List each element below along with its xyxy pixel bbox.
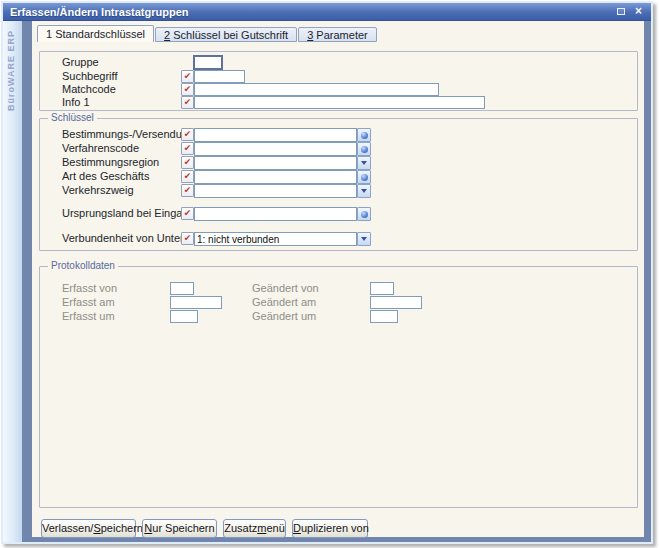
erfasst-am-label: Erfasst am	[62, 296, 115, 308]
restore-button[interactable]	[613, 5, 628, 18]
protokolldaten-legend: Protokolldaten	[48, 260, 118, 271]
lookup-sphere-icon	[361, 174, 368, 181]
erfasst-am-input[interactable]	[170, 296, 222, 309]
verbundenheit-dropdown-button[interactable]	[357, 232, 371, 246]
check-icon: ✔	[184, 234, 192, 243]
bestimmungsregion-input[interactable]	[194, 156, 357, 170]
check-icon: ✔	[184, 130, 192, 139]
verfahrenscode-label: Verfahrenscode	[62, 142, 139, 154]
tab-schluessel-bei-gutschrift[interactable]: 2 Schlüssel bei Gutschrift	[155, 27, 297, 42]
check-icon: ✔	[184, 209, 192, 218]
check-icon: ✔	[184, 98, 192, 107]
screenshot-root: Erfassen/Ändern Intrastatgruppen × BüroW…	[0, 0, 659, 548]
matchcode-input[interactable]	[194, 83, 439, 96]
erfasst-von-input[interactable]	[170, 282, 194, 295]
matchcode-label: Matchcode	[62, 83, 116, 95]
verfahrenscode-input[interactable]	[194, 142, 357, 156]
suchbegriff-label: Suchbegriff	[62, 70, 117, 82]
brand-vertical-text: BüroWARE ERP	[6, 30, 16, 111]
protokolldaten-groupbox: Protokolldaten Erfasst von Geändert von …	[39, 266, 638, 508]
check-icon: ✔	[184, 85, 192, 94]
brand-strip: BüroWARE ERP	[3, 21, 22, 542]
verbundenheit-check-button[interactable]: ✔	[181, 232, 194, 245]
erfasst-um-input[interactable]	[170, 310, 198, 323]
close-button[interactable]: ×	[631, 5, 646, 18]
geaendert-am-label: Geändert am	[252, 296, 316, 308]
restore-icon	[617, 8, 625, 15]
verfahrenscode-check-button[interactable]: ✔	[181, 142, 194, 155]
geaendert-von-input[interactable]	[370, 282, 394, 295]
art-des-geschaefts-lookup-button[interactable]	[357, 170, 371, 184]
caret-down-icon	[361, 161, 367, 165]
check-icon: ✔	[184, 186, 192, 195]
geaendert-am-input[interactable]	[370, 296, 422, 309]
check-icon: ✔	[184, 172, 192, 181]
verkehrszweig-dropdown-button[interactable]	[357, 184, 371, 198]
verlassen-speichern-button[interactable]: Verlassen/Speichern	[41, 519, 136, 538]
verbundenheit-combobox[interactable]	[194, 232, 357, 246]
verfahrenscode-lookup-button[interactable]	[357, 142, 371, 156]
check-icon: ✔	[184, 144, 192, 153]
erfasst-um-label: Erfasst um	[62, 310, 115, 322]
tab-bar: 1 Standardschlüssel 2 Schlüssel bei Guts…	[37, 25, 378, 42]
title-bar[interactable]: Erfassen/Ändern Intrastatgruppen ×	[3, 3, 651, 21]
duplizieren-von-button[interactable]: Duplizieren von	[292, 519, 368, 538]
verkehrszweig-check-button[interactable]: ✔	[181, 184, 194, 197]
dialog-window: Erfassen/Ändern Intrastatgruppen × BüroW…	[1, 1, 653, 544]
erfasst-von-label: Erfasst von	[62, 282, 117, 294]
info1-label: Info 1	[62, 96, 90, 108]
ursprungsland-label: Ursprungsland bei Eingang	[62, 207, 195, 219]
caret-down-icon	[361, 237, 367, 241]
suchbegriff-input[interactable]	[194, 70, 245, 83]
ursprungsland-lookup-button[interactable]	[357, 207, 371, 221]
art-des-geschaefts-check-button[interactable]: ✔	[181, 170, 194, 183]
schluessel-legend: Schlüssel	[48, 112, 97, 123]
gruppe-input[interactable]	[193, 55, 223, 70]
verkehrszweig-label: Verkehrszweig	[62, 184, 134, 196]
check-icon: ✔	[184, 72, 192, 81]
suchbegriff-check-button[interactable]: ✔	[181, 70, 194, 83]
window-title: Erfassen/Ändern Intrastatgruppen	[10, 6, 610, 18]
check-icon: ✔	[184, 158, 192, 167]
caret-down-icon	[361, 189, 367, 193]
ursprungsland-check-button[interactable]: ✔	[181, 207, 194, 220]
bestimmungsland-lookup-button[interactable]	[357, 128, 371, 142]
tab-standardschluessel[interactable]: 1 Standardschlüssel	[37, 25, 154, 42]
close-icon: ×	[635, 6, 642, 17]
tab-parameter[interactable]: 3 Parameter	[298, 27, 377, 42]
art-des-geschaefts-label: Art des Geschäfts	[62, 170, 149, 182]
lookup-sphere-icon	[361, 146, 368, 153]
bestimmungsregion-check-button[interactable]: ✔	[181, 156, 194, 169]
info1-check-button[interactable]: ✔	[181, 96, 194, 109]
standard-groupbox: Gruppe Suchbegriff ✔ Matchcode ✔ Info 1 …	[39, 51, 638, 111]
zusatzmenue-button[interactable]: Zusatzmenü	[223, 519, 286, 538]
ursprungsland-input[interactable]	[194, 207, 357, 221]
matchcode-check-button[interactable]: ✔	[181, 83, 194, 96]
verkehrszweig-input[interactable]	[194, 184, 357, 198]
nur-speichern-button[interactable]: Nur Speichern	[142, 519, 217, 538]
lookup-sphere-icon	[361, 211, 368, 218]
bestimmungsland-check-button[interactable]: ✔	[181, 128, 194, 141]
geaendert-um-label: Geändert um	[252, 310, 316, 322]
bestimmungsregion-dropdown-button[interactable]	[357, 156, 371, 170]
geaendert-von-label: Geändert von	[252, 282, 319, 294]
geaendert-um-input[interactable]	[370, 310, 398, 323]
gruppe-label: Gruppe	[62, 56, 99, 68]
schluessel-groupbox: Schlüssel Bestimmungs-/Versendungsland ✔…	[39, 118, 638, 251]
bestimmungsregion-label: Bestimmungsregion	[62, 156, 159, 168]
info1-input[interactable]	[194, 96, 485, 109]
art-des-geschaefts-input[interactable]	[194, 170, 357, 184]
bestimmungsland-input[interactable]	[194, 128, 357, 142]
dialog-content: 1 Standardschlüssel 2 Schlüssel bei Guts…	[32, 21, 644, 537]
lookup-sphere-icon	[361, 132, 368, 139]
